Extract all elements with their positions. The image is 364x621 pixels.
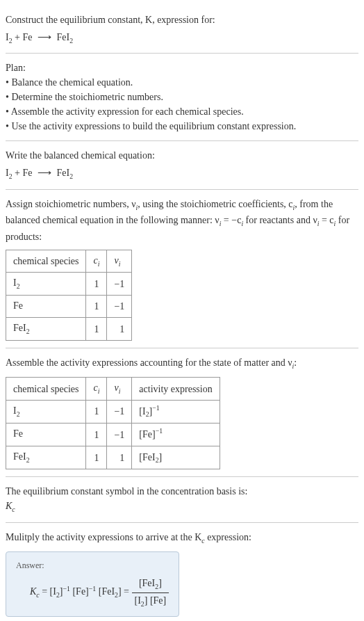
balanced-section: Write the balanced chemical equation: I2…: [6, 141, 358, 189]
beq-fei-sub: 2: [69, 172, 73, 180]
table-row: Fe 1 −1: [6, 295, 132, 317]
vi2: 1: [107, 318, 132, 340]
plan-item3: • Assemble the activity expression for e…: [6, 104, 358, 119]
table-header-row: chemical species ci νi activity expressi…: [6, 378, 220, 400]
atd-species: I2: [6, 400, 86, 423]
aci2: 1: [86, 446, 107, 469]
atd-species: Fe: [6, 423, 86, 446]
activity-text: Assemble the activity expressions accoun…: [6, 355, 358, 371]
td-species: Fe: [6, 295, 86, 317]
intro-text: Construct the equilibrium constant, K, e…: [6, 13, 358, 27]
afe: [Fe]: [70, 586, 89, 597]
aci1: 1: [86, 423, 107, 446]
sp0s: 2: [17, 282, 20, 290]
fraction: [FeI2] [I2] [Fe]: [132, 576, 169, 609]
kc-symbol: Kc: [6, 499, 358, 515]
table-row: Fe 1 −1 [Fe]−1: [6, 423, 220, 446]
stoich-section: Assign stoichiometric numbers, νi, using…: [6, 190, 358, 348]
ath-ci-s: i: [98, 387, 100, 395]
td-species: I2: [6, 273, 86, 295]
th-species: chemical species: [6, 250, 86, 272]
arrow-icon-2: ⟶: [38, 166, 51, 180]
ac2: ]: [159, 452, 163, 462]
at2: :: [294, 357, 297, 368]
vi1: −1: [107, 295, 132, 317]
avi2: 1: [107, 446, 132, 469]
kcs: c: [12, 506, 15, 513]
ab1: [Fe]: [139, 429, 155, 439]
ai2sup: −1: [63, 585, 70, 592]
ath-vi: νi: [107, 378, 132, 400]
ath-activity: activity expression: [132, 378, 220, 400]
plan-item4: • Use the activity expressions to build …: [6, 119, 358, 134]
multiply-text: Mulitply the activity expressions to arr…: [6, 530, 358, 546]
fn1c: ]: [158, 578, 162, 588]
answer-label: Answer:: [16, 559, 169, 572]
symbol-section: The equilibrium constant symbol in the c…: [6, 477, 358, 522]
st6: = c: [319, 215, 333, 225]
balanced-equation: I2 + Fe ⟶ FeI2: [6, 166, 358, 182]
table-header-row: chemical species ci νi: [6, 250, 132, 272]
aci0: 1: [86, 400, 107, 423]
st5: for reactants and ν: [243, 215, 317, 225]
afei2: [FeI: [96, 586, 115, 597]
afesup: −1: [89, 585, 96, 592]
ab2: [FeI: [139, 452, 155, 462]
th-vi-s: i: [119, 260, 121, 268]
atd-species: FeI2: [6, 446, 86, 469]
answer-box: Answer: Kc = [I2]−1 [Fe]−1 [FeI2] = [FeI…: [6, 551, 179, 617]
ath-vi-s: i: [119, 387, 121, 395]
asu1: −1: [156, 427, 163, 435]
avi1: −1: [107, 423, 132, 446]
mt2: expression:: [205, 532, 251, 542]
vi0: −1: [107, 273, 132, 295]
intro-equation: I2 + Fe ⟶ FeI2: [6, 30, 358, 46]
st2: , using the stoichiometric coefficients,…: [138, 199, 292, 209]
plan-section: Plan: • Balance the chemical equation. •…: [6, 54, 358, 141]
th-ci: ci: [86, 250, 107, 272]
sp2s: 2: [26, 328, 30, 335]
table-row: I2 1 −1: [6, 273, 132, 295]
aact2: [FeI2]: [132, 446, 220, 469]
fd1: [I: [135, 595, 141, 606]
arrow-icon: ⟶: [38, 30, 51, 45]
mt1: Mulitply the activity expressions to arr…: [6, 532, 201, 542]
asp0s: 2: [17, 410, 20, 418]
beq-fei: FeI: [54, 168, 69, 178]
eq-fei-sub: 2: [69, 37, 73, 45]
intro-line1: Construct the equilibrium constant, K, e…: [6, 15, 215, 25]
frac-numerator: [FeI2]: [132, 576, 169, 592]
frac-denominator: [I2] [Fe]: [132, 593, 169, 609]
aact1: [Fe]−1: [132, 423, 220, 446]
akc: K: [30, 586, 36, 597]
td-species: FeI2: [6, 318, 86, 340]
asp2s: 2: [26, 456, 30, 464]
activity-table: chemical species ci νi activity expressi…: [6, 377, 220, 469]
th-vi: νi: [107, 250, 132, 272]
sp1: Fe: [13, 300, 23, 311]
ci1: 1: [86, 295, 107, 317]
activity-section: Assemble the activity expressions accoun…: [6, 348, 358, 477]
asp2: FeI: [13, 451, 26, 462]
plan-item1: • Balance the chemical equation.: [6, 75, 358, 90]
aact0: [I2]−1: [132, 400, 220, 423]
avi0: −1: [107, 400, 132, 423]
asp1: Fe: [13, 428, 23, 439]
kc: K: [6, 501, 12, 511]
ci2: 1: [86, 318, 107, 340]
aeq: = [I: [40, 586, 56, 597]
st4: = −c: [221, 215, 241, 225]
balanced-text: Write the balanced chemical equation:: [6, 148, 358, 163]
table-row: FeI2 1 1 [FeI2]: [6, 446, 220, 469]
intro-section: Construct the equilibrium constant, K, e…: [6, 6, 358, 54]
eq-fei: FeI: [54, 32, 69, 42]
table-row: FeI2 1 1: [6, 318, 132, 340]
asu0: −1: [152, 404, 159, 412]
ath-species: chemical species: [6, 378, 86, 400]
plan-heading: Plan:: [6, 61, 358, 75]
fn1: [FeI: [139, 578, 155, 588]
ci0: 1: [86, 273, 107, 295]
table-row: I2 1 −1 [I2]−1: [6, 400, 220, 423]
eq-plus: + Fe: [13, 32, 35, 42]
stoich-text: Assign stoichiometric numbers, νi, using…: [6, 197, 358, 244]
